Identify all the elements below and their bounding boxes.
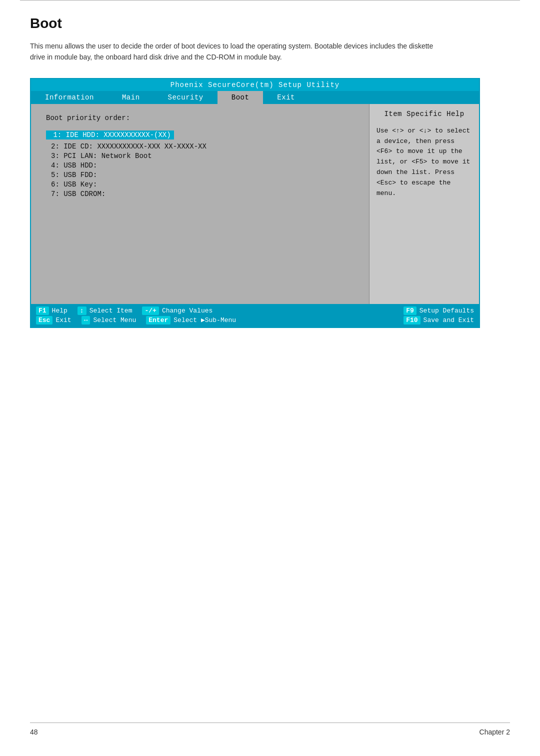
label-help: Help	[52, 307, 68, 314]
nav-item-exit[interactable]: Exit	[263, 91, 309, 104]
bios-section-title: Boot priority order:	[46, 114, 359, 122]
bios-main: Boot priority order: 1: IDE HDD: XXXXXXX…	[31, 104, 479, 304]
bios-footer-row-1: F1 Help ↕ Select Item -/+ Change Values …	[36, 306, 474, 315]
footer-page-number: 48	[30, 728, 38, 736]
key-f9: F9	[404, 306, 416, 315]
boot-item-2[interactable]: 2: IDE CD: XXXXXXXXXXX-XXX XX-XXXX-XX	[46, 142, 359, 150]
key-f10: F10	[404, 316, 420, 324]
nav-item-boot[interactable]: Boot	[218, 91, 264, 104]
key-plusminus: -/+	[142, 306, 158, 315]
boot-item-1[interactable]: 1: IDE HDD: XXXXXXXXXXX-(XX)	[46, 129, 359, 141]
bios-help-text: Use <↑> or <↓> to select a device, then …	[376, 126, 472, 199]
bios-title-bar: Phoenix SecureCore(tm) Setup Utility	[31, 79, 479, 91]
boot-item-6[interactable]: 6: USB Key:	[46, 180, 359, 188]
nav-item-information[interactable]: Information	[31, 91, 108, 104]
key-esc: Esc	[36, 316, 52, 324]
bios-container: Phoenix SecureCore(tm) Setup Utility Inf…	[30, 78, 480, 328]
page-description: This menu allows the user to decide the …	[30, 40, 440, 63]
bios-help-title: Item Specific Help	[376, 110, 472, 118]
key-f1: F1	[36, 306, 49, 315]
bios-footer-row-2: Esc Exit ↔ Select Menu Enter Select ▶Sub…	[36, 316, 474, 324]
label-select-menu: Select Menu	[93, 316, 136, 324]
label-select-submenu: Select ▶Sub-Menu	[174, 316, 236, 324]
nav-item-main[interactable]: Main	[108, 91, 154, 104]
footer-chapter: Chapter 2	[480, 728, 510, 736]
bios-nav: Information Main Security Boot Exit	[31, 91, 479, 104]
bios-left-panel: Boot priority order: 1: IDE HDD: XXXXXXX…	[31, 104, 369, 304]
label-setup-defaults: Setup Defaults	[420, 307, 474, 314]
key-updown: ↕	[78, 306, 86, 315]
boot-item-4[interactable]: 4: USB HDD:	[46, 162, 359, 170]
bios-footer: F1 Help ↕ Select Item -/+ Change Values …	[31, 304, 479, 327]
boot-item-5[interactable]: 5: USB FDD:	[46, 171, 359, 179]
key-enter: Enter	[146, 316, 170, 324]
page-footer: 48 Chapter 2	[30, 722, 510, 736]
label-save-exit: Save and Exit	[424, 316, 474, 324]
label-exit: Exit	[56, 316, 71, 324]
boot-item-7[interactable]: 7: USB CDROM:	[46, 190, 359, 198]
key-leftright: ↔	[82, 316, 90, 324]
bios-right-panel: Item Specific Help Use <↑> or <↓> to sel…	[369, 104, 479, 304]
boot-item-1-text: 1: IDE HDD: XXXXXXXXXXX-(XX)	[46, 130, 174, 140]
label-select-item: Select Item	[90, 307, 132, 314]
page-content: Boot This menu allows the user to decide…	[0, 0, 540, 358]
boot-item-3[interactable]: 3: PCI LAN: Network Boot	[46, 152, 359, 160]
label-change-values: Change Values	[162, 307, 212, 314]
nav-item-security[interactable]: Security	[154, 91, 218, 104]
page-title: Boot	[30, 16, 510, 32]
